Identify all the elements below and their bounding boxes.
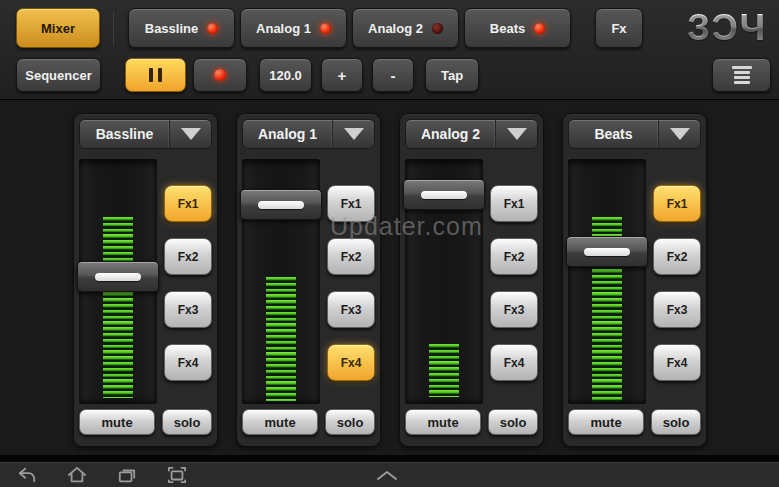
channel-select-analog-1[interactable]: Analog 1 (242, 119, 375, 149)
channel-select-beats[interactable]: Beats (568, 119, 701, 149)
fader-column (405, 159, 483, 404)
solo-button[interactable]: solo (162, 409, 212, 435)
menu-button[interactable] (712, 58, 771, 92)
channel-dropdown[interactable] (495, 120, 537, 148)
volume-fader-track[interactable] (242, 159, 320, 404)
channel-dropdown[interactable] (169, 120, 211, 148)
level-meter (429, 344, 459, 397)
fx3-button[interactable]: Fx3 (653, 291, 701, 328)
solo-button[interactable]: solo (651, 409, 701, 435)
fader-grip (95, 273, 141, 281)
pause-icon (158, 68, 162, 82)
chevron-down-icon (344, 128, 364, 140)
fx1-button[interactable]: Fx1 (490, 185, 538, 222)
channel-dropdown[interactable] (658, 120, 700, 148)
channel-name: Analog 1 (243, 120, 332, 148)
channel-strip-analog-2: Analog 2 Fx1 Fx2 Fx3 (399, 113, 544, 447)
fx-column: Fx1 Fx2 Fx3 Fx4 (164, 159, 212, 404)
tab-mixer[interactable]: Mixer (16, 8, 100, 48)
fx1-button[interactable]: Fx1 (327, 185, 375, 222)
chevron-down-icon (670, 128, 690, 140)
channel-strip-bassline: Bassline Fx1 Fx2 Fx3 (73, 113, 218, 447)
mute-solo-row: mute solo (405, 409, 538, 435)
analog-1-led-icon (320, 23, 331, 34)
volume-fader-handle[interactable] (240, 189, 322, 220)
home-icon[interactable] (64, 465, 90, 485)
level-meter (266, 277, 296, 401)
fx1-button[interactable]: Fx1 (653, 185, 701, 222)
channel-body: Fx1 Fx2 Fx3 Fx4 (242, 159, 375, 404)
back-icon[interactable] (14, 465, 40, 485)
fx-column: Fx1 Fx2 Fx3 Fx4 (490, 159, 538, 404)
volume-fader-handle[interactable] (77, 261, 159, 292)
fx3-button[interactable]: Fx3 (164, 291, 212, 328)
fader-column (568, 159, 646, 404)
channel-select-analog-2[interactable]: Analog 2 (405, 119, 538, 149)
tab-fx[interactable]: Fx (595, 8, 643, 48)
bottom-divider (0, 455, 779, 462)
fx1-button[interactable]: Fx1 (164, 185, 212, 222)
mute-button[interactable]: mute (242, 409, 318, 435)
pause-icon (149, 68, 153, 82)
volume-fader-track[interactable] (405, 159, 483, 404)
fader-column (242, 159, 320, 404)
mute-button[interactable]: mute (79, 409, 155, 435)
fader-grip (421, 191, 467, 199)
fx4-button[interactable]: Fx4 (653, 344, 701, 381)
mute-button[interactable]: mute (568, 409, 644, 435)
top-toolbar: Mixer Bassline Analog 1 Analog 2 Beats F… (0, 0, 779, 100)
analog-2-led-icon (432, 23, 443, 34)
tempo-display-button[interactable]: 120.0 (259, 58, 312, 92)
channel-body: Fx1 Fx2 Fx3 Fx4 (79, 159, 212, 404)
tab-analog-2[interactable]: Analog 2 (352, 8, 459, 48)
menu-lines-icon (734, 76, 750, 79)
tempo-decrease-button[interactable]: - (372, 58, 414, 92)
volume-fader-handle[interactable] (566, 236, 648, 267)
recent-apps-icon[interactable] (114, 465, 140, 485)
channel-dropdown[interactable] (332, 120, 374, 148)
fx4-button[interactable]: Fx4 (164, 344, 212, 381)
solo-button[interactable]: solo (325, 409, 375, 435)
mute-solo-row: mute solo (568, 409, 701, 435)
fader-grip (584, 248, 630, 256)
channel-select-bassline[interactable]: Bassline (79, 119, 212, 149)
tap-tempo-button[interactable]: Tap (425, 58, 479, 92)
fx4-button[interactable]: Fx4 (490, 344, 538, 381)
tab-analog-1[interactable]: Analog 1 (240, 8, 347, 48)
beats-led-icon (534, 23, 545, 34)
fader-column (79, 159, 157, 404)
channel-name: Bassline (80, 120, 169, 148)
toolbar-divider (113, 11, 114, 45)
solo-button[interactable]: solo (488, 409, 538, 435)
collapse-chevron-icon[interactable] (374, 465, 400, 485)
volume-fader-track[interactable] (568, 159, 646, 404)
tab-bassline[interactable]: Bassline (128, 8, 235, 48)
volume-fader-track[interactable] (79, 159, 157, 404)
channel-body: Fx1 Fx2 Fx3 Fx4 (568, 159, 701, 404)
fx2-button[interactable]: Fx2 (653, 238, 701, 275)
screenshot-icon[interactable] (164, 465, 190, 485)
channel-name: Analog 2 (406, 120, 495, 148)
app-screen: Mixer Bassline Analog 1 Analog 2 Beats F… (0, 0, 779, 487)
tempo-increase-button[interactable]: + (321, 58, 363, 92)
fx-column: Fx1 Fx2 Fx3 Fx4 (653, 159, 701, 404)
chevron-down-icon (181, 128, 201, 140)
fx2-button[interactable]: Fx2 (164, 238, 212, 275)
tab-analog-2-label: Analog 2 (368, 21, 423, 36)
android-nav-bar (0, 462, 779, 487)
fx2-button[interactable]: Fx2 (490, 238, 538, 275)
mute-solo-row: mute solo (242, 409, 375, 435)
fx3-button[interactable]: Fx3 (327, 291, 375, 328)
tab-beats[interactable]: Beats (464, 8, 571, 48)
menu-lines-icon (734, 71, 750, 74)
mute-button[interactable]: mute (405, 409, 481, 435)
volume-fader-handle[interactable] (403, 179, 485, 210)
channel-strip-beats: Beats Fx1 Fx2 Fx3 (562, 113, 707, 447)
fx3-button[interactable]: Fx3 (490, 291, 538, 328)
fx2-button[interactable]: Fx2 (327, 238, 375, 275)
pause-button[interactable] (125, 58, 186, 92)
record-button[interactable] (193, 58, 247, 92)
fx4-button[interactable]: Fx4 (327, 344, 375, 381)
tab-bassline-label: Bassline (145, 21, 198, 36)
sequencer-button[interactable]: Sequencer (16, 58, 101, 92)
